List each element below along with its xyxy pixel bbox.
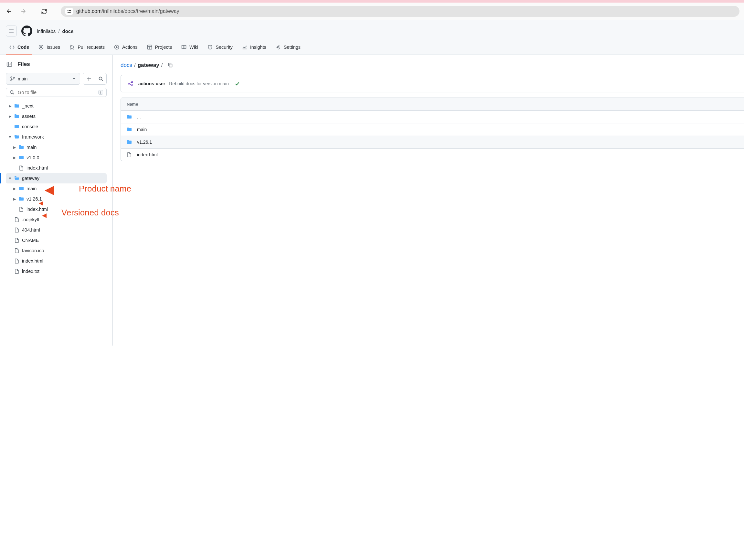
folder-open-icon (14, 134, 20, 140)
folder-open-icon (14, 175, 20, 181)
app-header: infinilabs / docs (0, 21, 744, 41)
file-icon (19, 165, 25, 171)
chevron-right-icon: ▶ (12, 186, 17, 191)
file-table-header-name[interactable]: Name (121, 98, 744, 111)
file-row-indexhtml[interactable]: index.html (121, 149, 744, 161)
file-row-parent[interactable]: . . (121, 111, 744, 123)
tree-folder-gateway-v1261[interactable]: ▶ v1.26.1 (6, 194, 107, 204)
file-icon (127, 152, 133, 158)
tree-label: index.html (27, 165, 48, 170)
folder-icon (127, 127, 133, 132)
tree-file-cname[interactable]: ▶ CNAME (6, 235, 107, 245)
tree-file-404[interactable]: ▶ 404.html (6, 225, 107, 235)
tree-label: favicon.ico (22, 248, 44, 253)
folder-icon (127, 114, 133, 120)
url-text: github.com/infinilabs/docs/tree/main/gat… (76, 8, 179, 14)
repo-owner-link[interactable]: infinilabs (37, 29, 55, 34)
tab-label: Projects (155, 45, 172, 50)
latest-commit-box[interactable]: actions-user Rebuild docs for version ma… (120, 75, 744, 92)
svg-point-4 (70, 45, 71, 46)
browser-reload-button[interactable] (39, 7, 48, 16)
svg-point-15 (10, 91, 13, 94)
tree-folder-console[interactable]: ▶ console (6, 121, 107, 132)
branch-icon (10, 76, 15, 81)
repo-name-link[interactable]: docs (62, 29, 74, 34)
tab-code[interactable]: Code (6, 41, 32, 54)
tab-projects[interactable]: Projects (144, 41, 175, 54)
file-tree-sidebar: Files main t (0, 55, 113, 346)
file-icon (14, 258, 20, 264)
play-icon (114, 44, 120, 50)
pull-request-icon (69, 44, 75, 50)
branch-selector[interactable]: main (6, 73, 80, 85)
tree-label: main (27, 145, 37, 150)
tree-label: index.html (27, 207, 48, 212)
tree-file-indexhtml[interactable]: ▶ index.html (6, 256, 107, 266)
tab-wiki[interactable]: Wiki (178, 41, 201, 54)
file-row-main[interactable]: main (121, 123, 744, 136)
github-logo-icon[interactable] (21, 26, 32, 37)
tab-label: Security (216, 45, 232, 50)
tree-folder-framework-v100[interactable]: ▶ v1.0.0 (6, 152, 107, 163)
svg-rect-10 (7, 62, 12, 67)
browser-back-button[interactable] (4, 7, 13, 16)
svg-point-3 (40, 46, 42, 48)
tree-folder-assets[interactable]: ▶ assets (6, 111, 107, 121)
file-filter-input[interactable] (18, 90, 95, 95)
gear-icon (275, 44, 281, 50)
search-button[interactable] (95, 73, 106, 84)
file-name: main (137, 127, 147, 132)
tree-folder-gateway-main[interactable]: ▶ main (6, 184, 107, 194)
tree-file-indextxt[interactable]: ▶ index.txt (6, 266, 107, 276)
copy-path-button[interactable] (166, 62, 174, 69)
path-separator: / (58, 29, 60, 34)
svg-point-13 (13, 77, 14, 78)
tree-label: gateway (22, 176, 39, 181)
sidebar-title: Files (17, 61, 30, 68)
site-settings-icon[interactable] (65, 8, 73, 15)
folder-icon (14, 103, 20, 109)
tab-issues[interactable]: Issues (35, 41, 63, 54)
tab-actions[interactable]: Actions (111, 41, 141, 54)
tree-file-nojekyll[interactable]: ▶ .nojekyll (6, 214, 107, 225)
file-row-v1261[interactable]: v1.26.1 (121, 136, 744, 149)
tab-security[interactable]: Security (204, 41, 235, 54)
file-icon (14, 237, 20, 243)
svg-point-12 (11, 80, 12, 81)
tree-folder-gateway[interactable]: ▼ gateway (6, 173, 107, 184)
path-breadcrumb: docs / gateway / (120, 62, 744, 69)
tree-file-favicon[interactable]: ▶ favicon.ico (6, 245, 107, 256)
chevron-right-icon: ▶ (12, 155, 17, 160)
browser-forward-button[interactable] (19, 7, 28, 16)
chevron-right-icon: ▶ (12, 197, 17, 201)
file-name: v1.26.1 (137, 139, 152, 145)
tree-label: index.html (22, 258, 43, 264)
tree-folder-framework[interactable]: ▼ framework (6, 132, 107, 142)
issue-icon (38, 44, 44, 50)
tab-settings[interactable]: Settings (272, 41, 304, 54)
tree-file-framework-index[interactable]: ▶ index.html (6, 163, 107, 173)
file-icon (19, 206, 25, 212)
url-bar[interactable]: github.com/infinilabs/docs/tree/main/gat… (61, 6, 740, 17)
hamburger-menu-button[interactable] (6, 26, 17, 37)
tree-folder-framework-main[interactable]: ▶ main (6, 142, 107, 152)
file-filter[interactable]: t (6, 88, 107, 97)
tree-label: main (27, 186, 37, 191)
tab-insights[interactable]: Insights (238, 41, 269, 54)
tree-file-gateway-index[interactable]: ▶ index.html (6, 204, 107, 214)
tree-label: v1.0.0 (27, 155, 39, 160)
tab-label: Code (17, 45, 29, 50)
tab-label: Wiki (189, 45, 198, 50)
tree-folder-next[interactable]: ▶ _next (6, 101, 107, 111)
add-file-button[interactable] (83, 73, 95, 84)
tree-label: console (22, 124, 38, 129)
file-icon (14, 268, 20, 274)
sidebar-collapse-icon[interactable] (6, 61, 13, 68)
breadcrumb-root-link[interactable]: docs (120, 62, 132, 69)
svg-point-9 (277, 46, 279, 48)
shield-icon (207, 44, 213, 50)
tree-label: v1.26.1 (27, 196, 42, 202)
svg-point-14 (99, 77, 102, 80)
tab-label: Issues (46, 45, 60, 50)
tab-pull-requests[interactable]: Pull requests (66, 41, 108, 54)
